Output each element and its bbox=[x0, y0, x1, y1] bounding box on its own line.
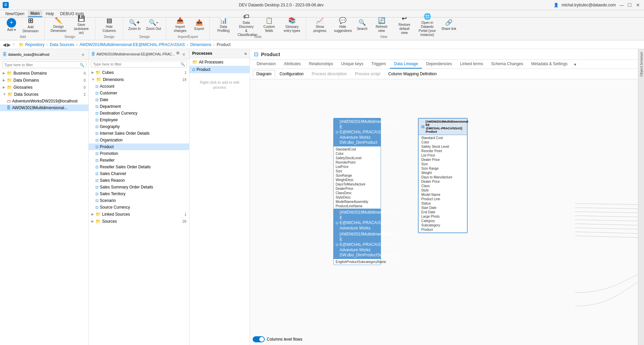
target-standard-cost[interactable]: Standard Cost bbox=[419, 136, 467, 140]
tree-sales-channel[interactable]: ⊡ Sales Channel bbox=[89, 170, 189, 177]
target-product[interactable]: Product bbox=[419, 227, 467, 232]
field-standard-cost[interactable]: StandardCost bbox=[334, 147, 381, 152]
target-size[interactable]: Size bbox=[419, 162, 467, 166]
target-large-photo[interactable]: Large Photo bbox=[419, 214, 467, 219]
add-dimension-button[interactable]: ⊞ Add Dimension bbox=[19, 16, 42, 34]
sub-tab-configuration[interactable]: Configuration bbox=[276, 70, 307, 78]
tab-attributes[interactable]: Attributes bbox=[280, 60, 305, 69]
data-profiling-button[interactable]: 📊 Data Profiling bbox=[212, 16, 234, 34]
zoom-out-button[interactable]: 🔍- Zoom Out bbox=[144, 16, 163, 34]
field-reorder-point[interactable]: ReorderPoint bbox=[334, 160, 381, 165]
minimize-button[interactable]: — bbox=[618, 2, 625, 8]
menu-new-open[interactable]: New/Open bbox=[3, 11, 27, 17]
target-start-date[interactable]: Start Date bbox=[419, 206, 467, 210]
breadcrumb-dimensions[interactable]: Dimensions bbox=[190, 42, 211, 47]
tree-data-domains[interactable]: ▶ 📁 Data Domains 0 bbox=[0, 77, 88, 84]
tree-cubes[interactable]: ▶ 📁 Cubes 1 bbox=[89, 69, 189, 76]
restore-default-view-button[interactable]: ↩ Restore default view bbox=[393, 16, 416, 34]
tree-dimensions[interactable]: ▼ 📁 Dimensions 19 bbox=[89, 76, 189, 83]
tree-business-domains[interactable]: ▶ 📁 Business Domains 0 bbox=[0, 70, 88, 77]
tab-dimension[interactable]: Dimension bbox=[253, 60, 280, 69]
left-sidebar-search-input[interactable] bbox=[2, 61, 86, 68]
target-dealer-price1[interactable]: Dealer Price bbox=[419, 158, 467, 162]
tree-promotion[interactable]: ⊡ Promotion bbox=[89, 150, 189, 157]
tree-sales-summary[interactable]: ⊡ Sales Summary Order Details bbox=[89, 184, 189, 190]
tree-sales-reason[interactable]: ⊡ Sales Reason bbox=[89, 177, 189, 184]
save-button[interactable]: 💾 Save (autosave on) bbox=[70, 16, 92, 34]
tab-more-button[interactable]: ▾ bbox=[571, 60, 579, 69]
collapse-middle-panel-button[interactable]: « bbox=[181, 51, 186, 57]
tab-linked-terms[interactable]: Linked terms bbox=[456, 60, 487, 69]
tree-reseller[interactable]: ⊡ Reseller bbox=[89, 157, 189, 164]
target-list-price[interactable]: List Price bbox=[419, 153, 467, 158]
tree-glossaries[interactable]: ▶ 📁 Glossaries 0 bbox=[0, 84, 88, 91]
tree-employee[interactable]: ⊡ Employee bbox=[89, 117, 189, 123]
target-size-range[interactable]: Size Range bbox=[419, 166, 467, 171]
tree-source-currency[interactable]: ⊡ Source Currency bbox=[89, 204, 189, 211]
tree-date[interactable]: ⊡ Date bbox=[89, 96, 189, 103]
tree-internet-sales[interactable]: ⊡ Internet Sales Order Details bbox=[89, 130, 189, 137]
field-days-manufacture[interactable]: DaysToManufacture bbox=[334, 182, 381, 186]
target-reorder-point[interactable]: Reorder Point bbox=[419, 149, 467, 153]
field-english-subcategory-name[interactable]: EnglishProductSubcategoryName bbox=[334, 260, 381, 264]
hide-columns-button[interactable]: ▤ Hide Columns bbox=[98, 16, 120, 34]
tree-sources[interactable]: ▶ 📁 Sources 28 bbox=[89, 218, 189, 225]
open-in-portal-button[interactable]: 🌐 Open in Dataedo Portal (your instance) bbox=[416, 16, 438, 34]
columns-level-flows-toggle[interactable] bbox=[253, 336, 265, 342]
lineage-target-box[interactable]: ⊡ [AWDW2019Multidimensional-EE @MICHAL-P… bbox=[418, 118, 468, 233]
tab-unique-keys[interactable]: Unique keys bbox=[337, 60, 367, 69]
tree-data-sources[interactable]: ▼ 📁 Data Sources 2 bbox=[0, 91, 88, 98]
breadcrumb-ssas[interactable]: AWDW2019Multidimensional-EE@MICHAL-PRACA… bbox=[80, 42, 185, 47]
middle-panel-search-input[interactable] bbox=[91, 61, 187, 68]
field-color[interactable]: Color bbox=[334, 152, 381, 156]
tree-scenario[interactable]: ⊡ Scenario bbox=[89, 197, 189, 204]
target-subcategory[interactable]: Subcategory bbox=[419, 223, 467, 227]
tab-triggers[interactable]: Triggers bbox=[368, 60, 390, 69]
tree-destination-currency[interactable]: ⊡ Destination Currency bbox=[89, 110, 189, 117]
target-style[interactable]: Style bbox=[419, 188, 467, 192]
hide-suggestions-button[interactable]: 💬 Hide suggestions bbox=[332, 16, 354, 34]
field-weight-desc[interactable]: WeightDesc bbox=[334, 178, 381, 182]
field-style-desc[interactable]: StyleDesc bbox=[334, 195, 381, 200]
target-model-name[interactable]: Model Name bbox=[419, 192, 467, 197]
field-size-range[interactable]: SizeRange bbox=[334, 173, 381, 178]
design-dimension-button[interactable]: ✏️ Design Dimension bbox=[47, 16, 70, 34]
tree-organization[interactable]: ⊡ Organization bbox=[89, 137, 189, 143]
target-product-line[interactable]: Product Line bbox=[419, 197, 467, 201]
target-weight[interactable]: Weight bbox=[419, 171, 467, 175]
data-discovery-button[interactable]: 🏷 Data Discovery & Classification bbox=[235, 16, 257, 34]
field-product-line-name[interactable]: ProductLineName bbox=[334, 204, 381, 208]
tree-account[interactable]: ⊡ Account bbox=[89, 83, 189, 90]
target-dealer-price2[interactable]: Dealer Price bbox=[419, 179, 467, 184]
target-safety-stock-level[interactable]: Safety Stock Level bbox=[419, 144, 467, 149]
back-button[interactable]: ◀ bbox=[3, 42, 6, 47]
show-progress-button[interactable]: 📈 Show progress bbox=[309, 16, 331, 34]
object-browser-label[interactable]: Object browser bbox=[639, 52, 643, 77]
maximize-button[interactable]: ☐ bbox=[627, 2, 633, 8]
tree-awdw-multidimensional[interactable]: 🗄 AWDW2019Multidimensional... bbox=[0, 104, 88, 111]
field-size[interactable]: Size bbox=[334, 169, 381, 173]
target-status[interactable]: Status bbox=[419, 201, 467, 206]
export-button[interactable]: 📤 Export bbox=[192, 16, 207, 34]
import-changes-button[interactable]: 📥 Import changes bbox=[169, 16, 191, 34]
collapse-processes-button[interactable]: « bbox=[244, 51, 247, 56]
process-all-processes[interactable]: 📁 All Processes bbox=[189, 58, 250, 66]
process-product[interactable]: ⊡ Product bbox=[189, 66, 250, 73]
field-list-price[interactable]: ListPrice bbox=[334, 165, 381, 169]
custom-fields-button[interactable]: 📋 Custom fields bbox=[258, 16, 280, 34]
tree-department[interactable]: ⊡ Department bbox=[89, 103, 189, 110]
tab-relationships[interactable]: Relationships bbox=[305, 60, 337, 69]
tree-linked-sources[interactable]: ▶ 📁 Linked Sources 1 bbox=[89, 211, 189, 218]
target-color[interactable]: Color bbox=[419, 140, 467, 144]
share-link-button[interactable]: 🔗 Share link bbox=[439, 16, 459, 34]
refresh-view-button[interactable]: 🔄 Refresh view bbox=[371, 16, 393, 34]
add-button[interactable]: + Add ▾ bbox=[4, 16, 19, 34]
target-category[interactable]: Category bbox=[419, 219, 467, 223]
tab-metadata-settings[interactable]: Metadata & Settings bbox=[527, 60, 571, 69]
glossary-entry-types-button[interactable]: 📚 Glossary entry types bbox=[281, 16, 303, 34]
breadcrumb-data-sources[interactable]: Data Sources bbox=[50, 42, 74, 47]
up-button[interactable]: ↑ bbox=[13, 42, 15, 47]
sub-tab-process-description[interactable]: Process description bbox=[308, 70, 351, 78]
tree-sales-territory[interactable]: ⊡ Sales Territory bbox=[89, 190, 189, 197]
sub-tab-diagram[interactable]: Diagram bbox=[253, 70, 275, 78]
